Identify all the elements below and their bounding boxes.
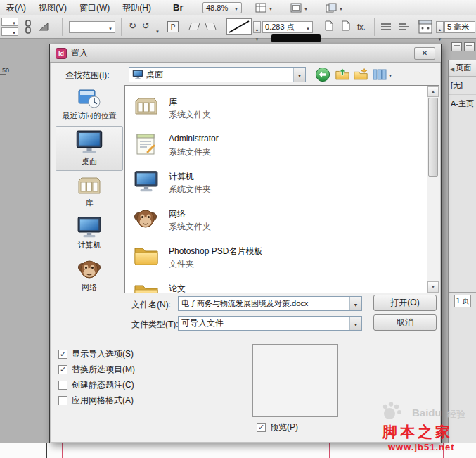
- bridge-button[interactable]: Br: [173, 0, 183, 15]
- file-row-folder[interactable]: Photoshop PSD名片模板 文件夹: [128, 239, 423, 276]
- option-show-import-options[interactable]: ✓ 显示导入选项(S): [58, 348, 134, 360]
- paragraph-proxy-icon[interactable]: [167, 21, 179, 32]
- reference-combo-top[interactable]: [1, 18, 18, 26]
- file-row-libraries[interactable]: 库 系统文件夹: [128, 90, 423, 127]
- dialog-titlebar[interactable]: Id 置入: [50, 44, 441, 63]
- file-type-select[interactable]: 可导入文件: [178, 316, 362, 331]
- menu-view[interactable]: 视图(V): [32, 0, 73, 15]
- zoom-level-select[interactable]: 48.8%: [202, 2, 242, 13]
- new-folder-button[interactable]: [352, 66, 369, 83]
- grid-value-field[interactable]: 5 毫米: [444, 21, 475, 33]
- page-icon[interactable]: [325, 20, 333, 31]
- stroke-style-preview[interactable]: [271, 34, 321, 42]
- option-preview[interactable]: ✓ 预览(P): [257, 421, 298, 433]
- stroke-weight-value: 0.283 点: [265, 22, 295, 32]
- back-button[interactable]: [314, 66, 331, 83]
- combo-arrow-button[interactable]: [349, 297, 361, 310]
- chevron-down-icon[interactable]: [155, 25, 160, 35]
- separator: [62, 18, 63, 36]
- rotate-ccw-icon[interactable]: ↺: [142, 21, 150, 30]
- checkbox[interactable]: ✓: [58, 365, 67, 374]
- arrange-documents-button[interactable]: [323, 1, 350, 14]
- open-button[interactable]: 打开(O): [373, 295, 437, 311]
- combo-arrow-button[interactable]: [293, 68, 305, 82]
- file-name-input[interactable]: 电子商务与物流发展困境及对策.docx: [178, 296, 362, 311]
- margin-guide: [62, 443, 63, 458]
- menu-table[interactable]: 表(A): [0, 0, 32, 15]
- down-arrow-icon: [438, 33, 442, 43]
- option-apply-grid-format[interactable]: 应用网格格式(A): [58, 395, 134, 406]
- cancel-button[interactable]: 取消: [373, 314, 437, 331]
- chevron-down-icon: [234, 4, 238, 12]
- chevron-down-icon: [12, 27, 16, 37]
- file-name: 计算机: [169, 171, 194, 183]
- align-icon[interactable]: [398, 22, 411, 32]
- close-button[interactable]: [414, 47, 435, 60]
- document-canvas: [0, 443, 476, 458]
- place-desktop[interactable]: 桌面: [56, 126, 123, 171]
- pages-panel-tab[interactable]: 页面: [449, 60, 476, 77]
- skew-alt-icon[interactable]: [205, 23, 217, 30]
- view-options-button[interactable]: [253, 1, 280, 14]
- file-row-network[interactable]: 网络 系统文件夹: [128, 202, 423, 238]
- skew-icon[interactable]: [188, 23, 200, 30]
- page-alt-icon[interactable]: [342, 20, 350, 31]
- views-menu-button[interactable]: [371, 66, 394, 83]
- scroll-up-icon[interactable]: [427, 86, 439, 97]
- file-row-computer[interactable]: 计算机 系统文件夹: [128, 165, 423, 201]
- rotate-cw-icon[interactable]: ↻: [129, 21, 136, 30]
- scrollbar[interactable]: [427, 86, 439, 293]
- file-name: 网络: [169, 208, 186, 220]
- master-a-item[interactable]: A-主页: [449, 95, 476, 113]
- pages-status: 1 页: [449, 292, 476, 310]
- menu-help[interactable]: 帮助(H): [116, 0, 157, 15]
- chevron-down-icon: [269, 3, 273, 13]
- file-row-folder[interactable]: 论文: [128, 276, 423, 293]
- effects-button[interactable]: fx.: [357, 23, 366, 31]
- option-replace-selected[interactable]: ✓ 替换所选项目(M): [58, 364, 135, 375]
- stroke-swatch[interactable]: [226, 18, 252, 35]
- combo-arrow-button[interactable]: [349, 317, 361, 330]
- place-computer[interactable]: 计算机: [56, 216, 123, 250]
- checkbox[interactable]: ✓: [58, 350, 67, 359]
- up-one-level-button[interactable]: [334, 66, 351, 83]
- panel-icon[interactable]: [451, 42, 462, 51]
- ruler-tick: [0, 74, 6, 75]
- checkbox[interactable]: [58, 396, 67, 405]
- option-create-static-captions[interactable]: 创建静态题注(C): [58, 379, 134, 390]
- stroke-weight-stepper[interactable]: [253, 21, 261, 33]
- screen-mode-button[interactable]: [288, 1, 315, 14]
- file-row-administrator[interactable]: Administrator 系统文件夹: [128, 127, 423, 164]
- checkbox[interactable]: ✓: [257, 423, 266, 432]
- look-in-select[interactable]: 桌面: [129, 67, 306, 82]
- file-type: 系统文件夹: [169, 221, 211, 233]
- computer-icon: [77, 216, 102, 238]
- scroll-down-icon[interactable]: [427, 281, 439, 293]
- file-name-value: 电子商务与物流发展困境及对策.docx: [181, 298, 308, 309]
- grid-stepper[interactable]: [436, 21, 444, 33]
- network-icon: [134, 208, 157, 230]
- place-network[interactable]: 网络: [56, 258, 123, 293]
- constrain-link-icon[interactable]: [24, 20, 32, 34]
- panel-icon[interactable]: [464, 42, 475, 51]
- place-libraries[interactable]: 库: [56, 175, 123, 208]
- place-label: 库: [56, 198, 123, 208]
- option-label: 显示导入选项(S): [72, 348, 134, 360]
- stroke-weight-field[interactable]: 0.283 点: [262, 21, 313, 33]
- scrollbar-thumb[interactable]: [428, 98, 438, 177]
- menu-window[interactable]: 窗口(W): [73, 0, 116, 15]
- place-recent[interactable]: 最近访问的位置: [56, 88, 123, 121]
- text-wrap-icon[interactable]: [380, 22, 392, 32]
- master-a-label: A-主页: [451, 98, 474, 109]
- flip-icon[interactable]: [39, 23, 49, 31]
- chevron-down-icon: [306, 23, 310, 32]
- preset-combo[interactable]: [69, 21, 115, 33]
- libraries-icon: [77, 175, 102, 196]
- page-count[interactable]: 1 页: [454, 295, 471, 307]
- master-none-item[interactable]: [无]: [449, 77, 476, 95]
- page-edge-line: [46, 443, 47, 458]
- checkbox[interactable]: [58, 381, 67, 390]
- reference-combo-bottom[interactable]: [1, 27, 18, 36]
- file-name: Photoshop PSD名片模板: [169, 246, 262, 257]
- transform-panel-icon[interactable]: [418, 19, 433, 34]
